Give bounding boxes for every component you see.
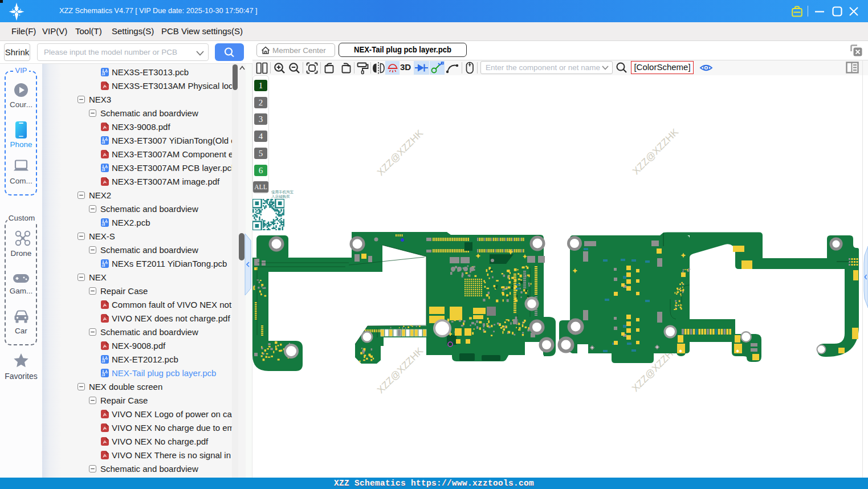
svg-text:XZZ@XZZHK: XZZ@XZZHK [375, 345, 425, 396]
svg-text:XZZ@XZZHK: XZZ@XZZHK [630, 127, 680, 177]
svg-text:XZZ@XZZHK: XZZ@XZZHK [375, 128, 425, 178]
